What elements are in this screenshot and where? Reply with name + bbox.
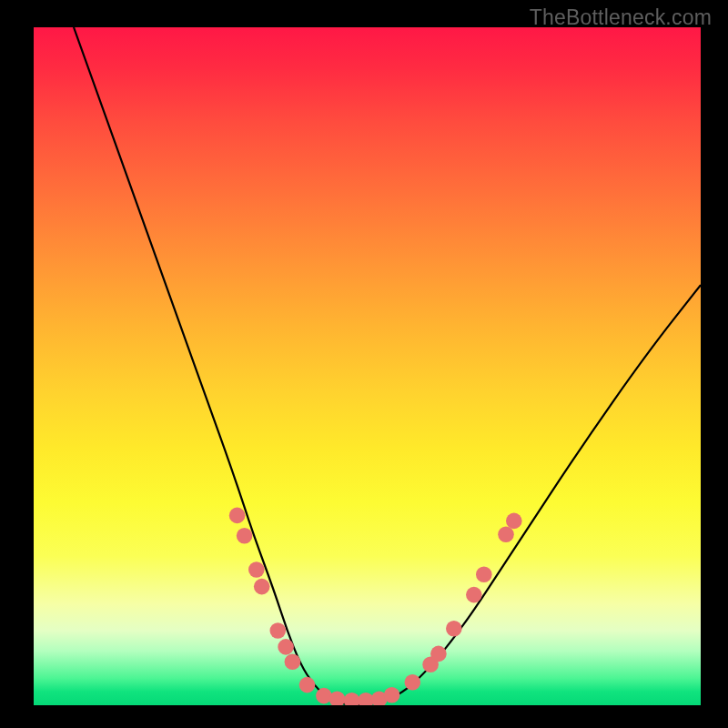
plot-area [34,27,701,705]
curve-marker [299,677,316,693]
curve-marker [466,587,482,603]
curve-marker [254,579,270,595]
curve-marker [285,654,301,671]
bottleneck-curve [74,27,701,705]
curve-marker [229,508,246,524]
curve-marker [344,693,360,705]
curve-marker [498,527,514,543]
curve-marker [384,687,400,703]
curve-marker [506,513,522,530]
curve-marker [329,692,346,706]
curve-marker [405,674,421,691]
curve-marker [430,646,447,662]
curve-markers [229,508,522,705]
curve-marker [446,621,462,637]
curve-marker [476,566,492,582]
watermark-text: TheBottleneck.com [530,5,712,30]
chart-svg [34,27,701,705]
curve-marker [248,561,265,578]
curve-marker [237,528,253,544]
curve-marker [270,622,287,639]
chart-frame: TheBottleneck.com [0,0,728,728]
curve-marker [278,639,294,655]
